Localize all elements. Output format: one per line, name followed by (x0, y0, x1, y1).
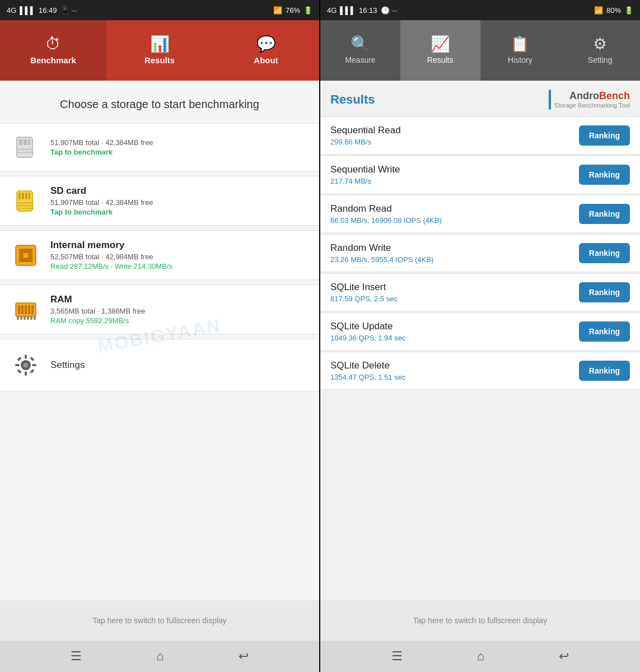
result-name-sqlite-delete: SQLite Delete (330, 360, 579, 371)
storage-info-ram: RAM 3,565MB total · 1,386MB free RAM cop… (50, 294, 308, 325)
left-panel: 4G ▌▌▌ 16:49 📱 ··· 📶 76% 🔋 ⏱ Benchmark 📊… (0, 0, 319, 672)
result-info-seq-read: Sequential Read 299.66 MB/s (330, 125, 579, 146)
result-name-seq-read: Sequential Read (330, 125, 579, 136)
storage-name-sdcard: SD card (50, 185, 308, 197)
logo-andro: Andro (569, 90, 599, 101)
result-name-rand-write: Random Write (330, 242, 579, 254)
storage-icon-ram (11, 295, 40, 324)
svg-rect-4 (18, 148, 34, 150)
svg-rect-10 (29, 193, 30, 199)
nav-measure-label: Measure (345, 55, 375, 64)
svg-rect-42 (30, 357, 34, 361)
logo-main: AndroBench (554, 90, 630, 102)
svg-rect-30 (20, 316, 22, 320)
left-nav: ⏱ Benchmark 📊 Results 💬 About (0, 20, 319, 81)
result-name-sqlite-insert: SQLite Insert (330, 282, 579, 293)
svg-rect-33 (30, 316, 32, 320)
nav-benchmark[interactable]: ⏱ Benchmark (0, 20, 106, 81)
result-value-rand-write: 23.26 MB/s, 5955.4 IOPS (4KB) (330, 255, 579, 264)
nav-setting[interactable]: ⚙ Setting (560, 20, 640, 81)
svg-rect-1 (19, 139, 22, 145)
right-home-button[interactable]: ⌂ (477, 649, 484, 664)
results-right-icon: 📈 (431, 36, 450, 52)
svg-rect-15 (19, 249, 24, 253)
storage-item-internal[interactable]: Internal memory 52,507MB total · 42,984M… (0, 230, 319, 280)
svg-rect-16 (28, 249, 32, 253)
svg-rect-32 (27, 316, 29, 320)
svg-rect-41 (17, 357, 21, 361)
nav-setting-label: Setting (588, 55, 613, 64)
result-info-rand-write: Random Write 23.26 MB/s, 5955.4 IOPS (4K… (330, 242, 579, 264)
right-extra-icons: 🕐 ··· (381, 6, 398, 15)
back-button[interactable]: ↩ (239, 649, 249, 664)
logo-sub: Storage Benchmarking Tool (554, 102, 630, 109)
ranking-btn-sqlite-delete[interactable]: Ranking (579, 361, 630, 381)
storage-item-sdcard[interactable]: SD card 51,907MB total · 42,384MB free T… (0, 176, 319, 226)
settings-item[interactable]: Settings (0, 339, 319, 391)
results-icon: 📊 (150, 36, 170, 52)
storage-name-internal: Internal memory (50, 240, 308, 251)
right-bottom-bar[interactable]: Tap here to switch to fullscreen display (320, 600, 640, 641)
svg-point-36 (24, 363, 28, 367)
right-time: 16:13 (359, 6, 377, 15)
left-bottom-bar[interactable]: Tap here to switch to fullscreen display (0, 600, 319, 641)
logo-text: AndroBench Storage Benchmarking Tool (554, 90, 630, 110)
svg-rect-2 (24, 139, 27, 145)
ranking-btn-sqlite-update[interactable]: Ranking (579, 321, 630, 342)
ranking-btn-seq-read[interactable]: Ranking (579, 125, 630, 146)
nav-measure[interactable]: 🔍 Measure (320, 20, 400, 81)
internal-svg (13, 243, 38, 268)
right-menu-button[interactable]: ☰ (391, 649, 403, 664)
svg-rect-20 (24, 258, 28, 262)
nav-history[interactable]: 📋 History (480, 20, 560, 81)
ranking-btn-sqlite-insert[interactable]: Ranking (579, 282, 630, 302)
sdcard-svg (13, 189, 38, 213)
svg-rect-24 (18, 305, 20, 314)
benchmark-icon: ⏱ (45, 36, 61, 52)
svg-rect-38 (25, 371, 27, 376)
left-battery-icon: 🔋 (303, 6, 312, 15)
nav-results-right[interactable]: 📈 Results (400, 20, 480, 81)
right-nav: 🔍 Measure 📈 Results 📋 History ⚙ Setting (320, 20, 640, 81)
result-row-random-read: Random Read 66.03 MB/s, 16906.08 IOPS (4… (320, 195, 640, 233)
svg-rect-28 (31, 305, 34, 314)
result-info-sqlite-insert: SQLite Insert 817.59 QPS, 2.5 sec (330, 282, 579, 303)
results-title: Results (330, 92, 375, 107)
ranking-btn-seq-write[interactable]: Ranking (579, 165, 630, 185)
result-info-sqlite-delete: SQLite Delete 1354.47 QPS, 1.51 sec (330, 360, 579, 381)
menu-button[interactable]: ☰ (71, 649, 82, 664)
home-button[interactable]: ⌂ (156, 649, 163, 664)
nav-about[interactable]: 💬 About (213, 20, 319, 81)
right-status-right: 📶 80% 🔋 (594, 6, 633, 15)
left-battery: 76% (286, 6, 300, 15)
logo-bench: Bench (599, 90, 630, 101)
history-icon: 📋 (510, 36, 530, 52)
storage-icon-internal (11, 241, 40, 270)
storage-size-generic: 51,907MB total · 42,384MB free (50, 138, 308, 147)
right-signal: 4G (327, 6, 337, 15)
result-value-sqlite-update: 1049.36 QPS, 1.94 sec (330, 334, 579, 342)
result-row-sequential-read: Sequential Read 299.66 MB/s Ranking (320, 116, 640, 155)
ranking-btn-rand-write[interactable]: Ranking (579, 243, 630, 263)
nav-results[interactable]: 📊 Results (106, 20, 213, 81)
svg-rect-44 (30, 369, 34, 374)
svg-rect-17 (19, 258, 24, 262)
svg-rect-11 (18, 202, 34, 204)
result-row-random-write: Random Write 23.26 MB/s, 5955.4 IOPS (4K… (320, 234, 640, 272)
storage-info-internal: Internal memory 52,507MB total · 42,984M… (50, 240, 308, 270)
storage-item-ram[interactable]: RAM 3,565MB total · 1,386MB free RAM cop… (0, 284, 319, 334)
sdcard-small-svg (13, 135, 38, 160)
storage-item-generic[interactable]: 51,907MB total · 42,384MB free Tap to be… (0, 123, 319, 171)
ranking-btn-rand-read[interactable]: Ranking (579, 204, 630, 224)
svg-rect-13 (18, 208, 34, 209)
svg-rect-39 (15, 364, 20, 366)
storage-action-generic: Tap to benchmark (50, 148, 308, 156)
right-back-button[interactable]: ↩ (559, 649, 569, 664)
storage-icon-generic (11, 133, 40, 162)
right-panel: 4G ▌▌▌ 16:13 🕐 ··· 📶 80% 🔋 🔍 Measure 📈 R… (320, 0, 640, 672)
left-fullscreen-text: Tap here to switch to fullscreen display (92, 616, 227, 625)
svg-rect-43 (17, 369, 21, 374)
storage-speed-internal: Read 287.12MB/s · Write 214.30MB/s (50, 262, 308, 270)
gear-svg (13, 353, 38, 377)
storage-size-ram: 3,565MB total · 1,386MB free (50, 307, 308, 315)
